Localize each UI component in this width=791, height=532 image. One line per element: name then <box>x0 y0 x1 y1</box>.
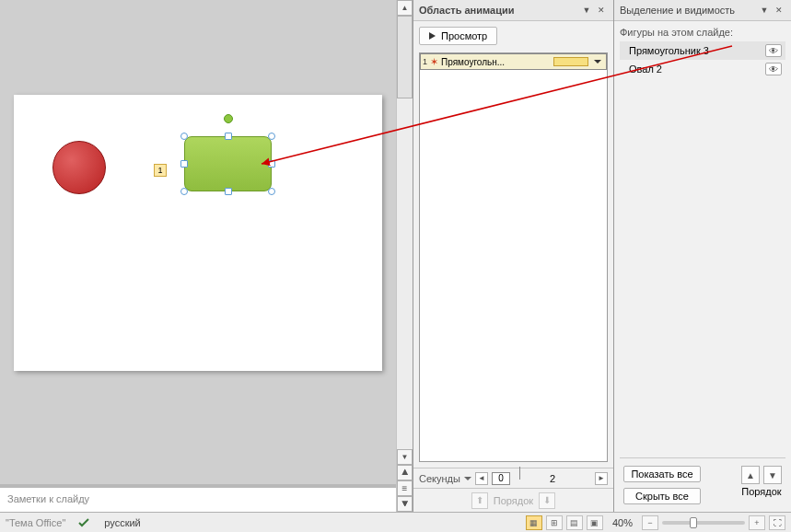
shape-rectangle-selected[interactable]: 1 <box>175 127 281 201</box>
resize-handle-icon[interactable] <box>180 160 188 168</box>
resize-handle-icon[interactable] <box>180 133 188 140</box>
zoom-in-icon[interactable]: + <box>749 515 765 530</box>
scroll-down-icon[interactable]: ▼ <box>397 449 413 465</box>
timeline-mark: 2 <box>550 473 555 484</box>
resize-handle-icon[interactable] <box>268 160 275 168</box>
resize-handle-icon[interactable] <box>225 133 232 140</box>
anim-item-label: Прямоугольн... <box>441 57 551 67</box>
chevron-down-icon[interactable] <box>464 477 471 480</box>
play-label: Просмотр <box>441 30 487 41</box>
scroll-thumb[interactable] <box>397 16 413 98</box>
shape-rectangle[interactable] <box>184 136 272 191</box>
timeline-next-icon[interactable]: ► <box>595 472 608 485</box>
slide-editor-area[interactable]: 1 <box>0 0 396 484</box>
entrance-effect-icon: ✶ <box>430 56 438 68</box>
pane-menu-icon[interactable]: ▼ <box>580 4 593 17</box>
resize-handle-icon[interactable] <box>180 188 188 195</box>
slideshow-view-icon[interactable]: ▣ <box>587 515 603 530</box>
shape-name: Овал 2 <box>629 64 765 75</box>
timeline-row: Секунды ◄ 0 2 ► <box>413 468 613 488</box>
zoom-slider[interactable] <box>662 521 745 525</box>
move-up-icon[interactable]: ⬆ <box>471 492 488 509</box>
selection-hint: Фигуры на этом слайде: <box>620 27 785 38</box>
move-down-icon[interactable]: ▼ <box>763 466 782 484</box>
move-up-icon[interactable]: ▲ <box>741 466 760 484</box>
timeline-label: Секунды <box>419 473 460 484</box>
animation-list[interactable]: 1 ✶ Прямоугольн... <box>419 52 608 462</box>
shape-list: Прямоугольник 3 👁 Овал 2 👁 <box>620 41 785 457</box>
language-label[interactable]: русский <box>104 517 140 528</box>
shape-oval[interactable] <box>52 141 106 194</box>
scroll-up-icon[interactable]: ▲ <box>397 0 413 16</box>
notes-placeholder[interactable]: Заметки к слайду <box>0 484 396 512</box>
slide-canvas[interactable]: 1 <box>14 95 382 371</box>
animation-tag[interactable]: 1 <box>154 164 167 177</box>
zoom-out-icon[interactable]: − <box>642 515 658 530</box>
move-down-icon[interactable]: ⬇ <box>539 492 555 509</box>
animation-item[interactable]: 1 ✶ Прямоугольн... <box>420 53 607 70</box>
slider-knob[interactable] <box>690 517 697 528</box>
close-icon[interactable]: ✕ <box>773 4 785 17</box>
shape-name: Прямоугольник 3 <box>629 45 765 56</box>
pane-title: Область анимации <box>419 5 578 16</box>
animation-pane: Область анимации ▼ ✕ Просмотр 1 ✶ Прямоу… <box>413 0 613 512</box>
normal-view-icon[interactable]: ▦ <box>526 515 542 530</box>
resize-handle-icon[interactable] <box>268 133 275 140</box>
play-button[interactable]: Просмотр <box>419 27 497 45</box>
shape-list-item[interactable]: Овал 2 👁 <box>620 60 785 78</box>
order-label: Порядок <box>741 486 781 497</box>
hide-all-button[interactable]: Скрыть все <box>623 488 701 504</box>
play-icon <box>429 32 436 40</box>
sorter-view-icon[interactable]: ⊞ <box>546 515 563 530</box>
anim-index: 1 <box>423 57 427 66</box>
visibility-toggle-icon[interactable]: 👁 <box>765 44 782 57</box>
timeline-position: 0 <box>492 472 510 485</box>
anim-duration-bar[interactable] <box>553 57 588 66</box>
zoom-value[interactable]: 40% <box>612 517 633 528</box>
shape-list-item[interactable]: Прямоугольник 3 👁 <box>620 41 785 60</box>
next-slide-icon[interactable]: ⯆ <box>397 496 413 512</box>
chevron-down-icon[interactable] <box>594 60 601 64</box>
close-icon[interactable]: ✕ <box>595 4 608 17</box>
slide-nav-icon[interactable]: ≡ <box>397 480 413 496</box>
pane-menu-icon[interactable]: ▼ <box>758 4 771 17</box>
status-bar: "Тема Office" русский ▦ ⊞ ▤ ▣ 40% − + ⛶ <box>0 512 791 532</box>
resize-handle-icon[interactable] <box>225 188 232 195</box>
rotation-handle-icon[interactable] <box>224 114 233 123</box>
spellcheck-icon[interactable] <box>78 517 89 528</box>
reading-view-icon[interactable]: ▤ <box>566 515 583 530</box>
pane-title: Выделение и видимость <box>620 5 756 16</box>
prev-slide-icon[interactable]: ⯅ <box>397 465 413 480</box>
visibility-toggle-icon[interactable]: 👁 <box>765 63 782 75</box>
order-label: Порядок <box>494 495 533 506</box>
resize-handle-icon[interactable] <box>268 188 275 195</box>
show-all-button[interactable]: Показать все <box>623 466 701 482</box>
fit-window-icon[interactable]: ⛶ <box>769 515 785 530</box>
timeline-prev-icon[interactable]: ◄ <box>475 472 488 485</box>
theme-label: "Тема Office" <box>6 517 65 528</box>
vertical-scrollbar[interactable]: ▲ ▼ ⯅ ≡ ⯆ <box>396 0 413 512</box>
selection-pane: Выделение и видимость ▼ ✕ Фигуры на этом… <box>613 0 791 512</box>
